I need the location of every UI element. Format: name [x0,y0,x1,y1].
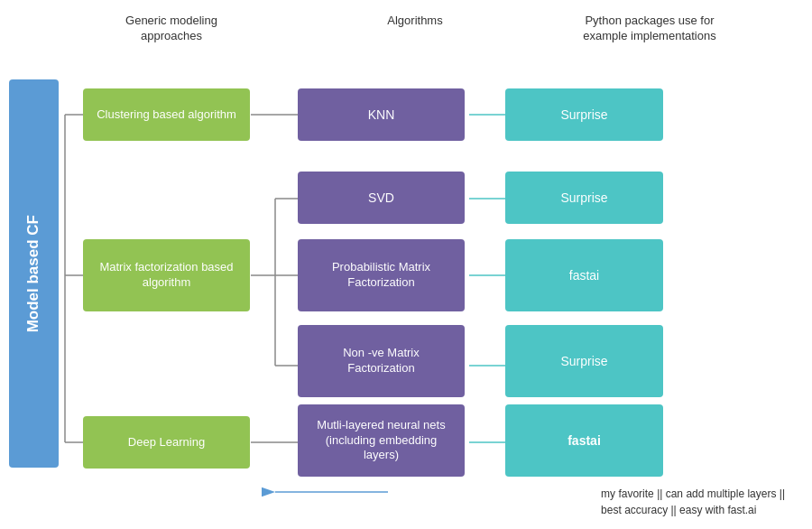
header-approaches: Generic modelingapproaches [81,14,262,44]
pkg-fastai-2: fastai [505,404,663,477]
algo-neural: Mutli-layered neural nets (including emb… [298,404,465,477]
footer-note: my favorite || can add multiple layers |… [601,486,785,518]
algo-pmf: Probabilistic Matrix Factorization [298,239,465,311]
algo-knn: KNN [298,88,465,141]
header-algorithms: Algorithms [316,14,514,44]
approach-deep-learning: Deep Learning [83,416,250,469]
approach-matrix: Matrix factorization based algorithm [83,239,250,311]
algo-svd: SVD [298,172,465,224]
pkg-surprise-1: Surprise [505,88,663,141]
column-headers: Generic modelingapproaches Algorithms Py… [81,14,803,44]
model-cf-box: Model based CF [9,79,59,468]
header-packages: Python packages use forexample implement… [559,14,740,44]
approach-clustering: Clustering based algorithm [83,88,250,141]
pkg-surprise-3: Surprise [505,325,663,397]
pkg-surprise-2: Surprise [505,172,663,224]
model-cf-label: Model based CF [24,215,42,332]
pkg-fastai-1: fastai [505,239,663,311]
diagram-container: Generic modelingapproaches Algorithms Py… [0,0,812,529]
algo-nmf: Non -ve Matrix Factorization [298,325,465,397]
